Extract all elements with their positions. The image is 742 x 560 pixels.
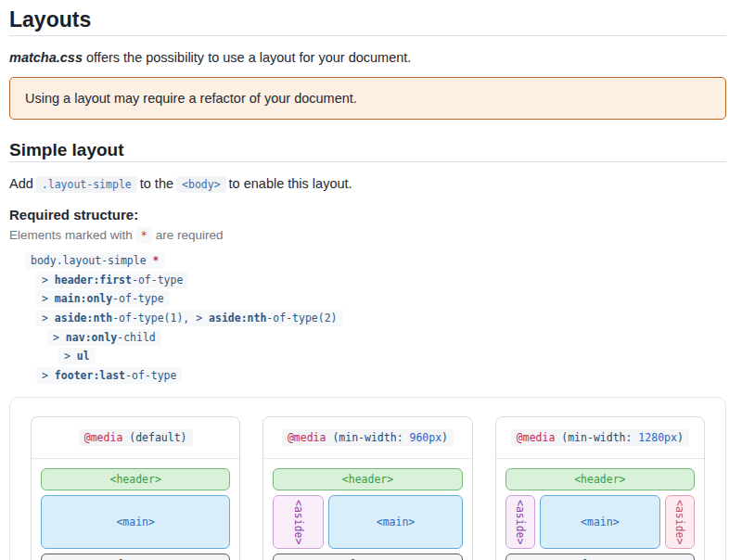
structure-line: > nav:only-child (9, 327, 726, 347)
inline-code-body-tag: <body> (176, 176, 226, 193)
selector-code: > footer:last-of-type (36, 367, 182, 384)
structure-line: body.layout-simple * (9, 251, 726, 271)
intro-text: offers the possibility to use a layout f… (83, 50, 411, 65)
required-note: Elements marked with*are required (9, 228, 726, 243)
add-suffix: to enable this layout. (229, 176, 352, 191)
selector-code: > main:only-of-type (36, 290, 170, 307)
required-note-suffix: are required (156, 228, 224, 242)
layout-row: <aside><main> (273, 495, 462, 549)
media-card: @media (default)<header><main><footer> (31, 416, 240, 560)
layout-demo-container: @media (default)<header><main><footer>@m… (9, 397, 726, 560)
app-name: matcha.css (9, 50, 83, 65)
aside1-box: <aside> (505, 495, 535, 549)
required-asterisk: * (135, 227, 153, 244)
required-asterisk: * (147, 254, 160, 267)
selector-code: body.layout-simple * (25, 252, 164, 269)
selector-code: > header:first-of-type (36, 272, 188, 288)
layout-row: <footer> (273, 554, 462, 560)
selector-code: > ul (58, 348, 96, 364)
main-box: <main> (540, 495, 660, 549)
layout-row: <aside><main><aside> (505, 495, 695, 549)
header-box: <header> (505, 468, 695, 490)
media-query-code: @media (min-width: 960px) (282, 429, 454, 446)
selector-code: > nav:only-child (47, 329, 161, 346)
inline-code-layout-simple: .layout-simple (36, 176, 137, 193)
layout-row: <footer> (41, 554, 230, 560)
structure-line: > header:first-of-type (9, 271, 726, 290)
media-card-body: <header><aside><main><footer> (263, 459, 471, 560)
footer-box: <footer> (41, 554, 230, 560)
selector-code: > aside:nth-of-type(1), > aside:nth-of-t… (36, 310, 343, 326)
required-note-prefix: Elements marked with (9, 228, 133, 242)
structure-line: > main:only-of-type (9, 289, 726, 309)
docs-page: Layouts matcha.css offers the possibilit… (0, 7, 742, 560)
media-card: @media (min-width: 960px)<header><aside>… (262, 416, 472, 560)
header-box: <header> (41, 468, 230, 490)
media-query-code: @media (default) (79, 429, 193, 446)
layout-row: <footer> (505, 554, 695, 560)
warning-note: Using a layout may require a refactor of… (9, 77, 726, 120)
add-prefix: Add (9, 176, 33, 191)
layout-row: <header> (273, 468, 462, 490)
main-box: <main> (328, 495, 462, 549)
add-middle: to the (140, 176, 173, 191)
media-query-code: @media (min-width: 1280px) (511, 429, 689, 446)
main-box: <main> (41, 495, 230, 549)
aside1-box: <aside> (273, 495, 324, 549)
layout-row: <header> (41, 468, 230, 490)
header-box: <header> (273, 468, 462, 490)
section-title: Simple layout (9, 141, 726, 162)
footer-box: <footer> (505, 554, 695, 560)
media-card-header: @media (default) (32, 417, 239, 459)
media-card-body: <header><main><footer> (32, 459, 239, 560)
media-cards-row: @media (default)<header><main><footer>@m… (31, 416, 705, 560)
media-card-header: @media (min-width: 960px) (263, 417, 471, 459)
structure-line: > aside:nth-of-type(1), > aside:nth-of-t… (9, 309, 726, 328)
media-card: @media (min-width: 1280px)<header><aside… (495, 416, 705, 560)
aside2-box: <aside> (665, 495, 695, 549)
layout-row: <main> (41, 495, 230, 549)
add-instruction: Add.layout-simpleto the<body>to enable t… (9, 174, 726, 195)
intro-paragraph: matcha.css offers the possibility to use… (9, 48, 726, 67)
structure-line: > ul (9, 347, 726, 366)
layout-row: <header> (505, 468, 695, 490)
required-structure-label: Required structure: (9, 207, 726, 223)
structure-tree: body.layout-simple *> header:first-of-ty… (9, 251, 726, 385)
warning-text: Using a layout may require a refactor of… (25, 91, 357, 106)
structure-line: > footer:last-of-type (9, 366, 726, 386)
media-card-header: @media (min-width: 1280px) (496, 417, 704, 459)
media-card-body: <header><aside><main><aside><footer> (496, 459, 704, 560)
footer-box: <footer> (273, 554, 462, 560)
page-title: Layouts (9, 7, 726, 36)
